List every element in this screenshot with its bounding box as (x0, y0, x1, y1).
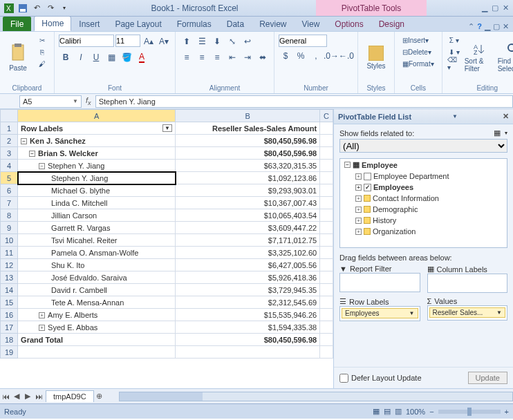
cut-icon[interactable]: ✂ (35, 35, 50, 46)
cell[interactable]: −Ken J. Sánchez (18, 135, 176, 147)
excel-icon[interactable]: X (3, 2, 15, 15)
align-left-icon[interactable]: ≡ (180, 50, 194, 64)
row-header[interactable]: 16 (1, 309, 18, 321)
collapse-icon[interactable]: − (344, 162, 351, 168)
sheet-tab[interactable]: tmpAD9C (46, 390, 94, 402)
cell[interactable]: Garrett R. Vargas (18, 222, 176, 234)
row-header[interactable]: 10 (1, 234, 18, 247)
align-bottom-icon[interactable]: ⬇ (210, 35, 224, 48)
row-header[interactable]: 9 (1, 222, 18, 234)
cell[interactable]: $9,293,903.01 (176, 184, 320, 197)
scroll-thumb[interactable] (120, 392, 203, 401)
autosum-icon[interactable]: Σ ▾ (447, 35, 462, 46)
next-sheet-icon[interactable]: ▶ (22, 392, 33, 401)
collapse-icon[interactable]: − (29, 151, 35, 157)
task-pane-header[interactable]: PivotTable Field List ▼ ✕ (334, 109, 513, 124)
collapse-icon[interactable]: − (21, 138, 27, 144)
field-contact[interactable]: +Contact Information (340, 193, 507, 204)
cell[interactable]: $3,609,447.22 (176, 222, 320, 234)
grand-total-label[interactable]: Grand Total (18, 334, 176, 346)
doc-minimize-icon[interactable]: ▁ (485, 22, 490, 31)
last-sheet-icon[interactable]: ⏭ (33, 392, 44, 401)
row-header[interactable]: 3 (1, 147, 18, 160)
sort-filter-button[interactable]: AZ Sort & Filter (465, 35, 495, 80)
cell-styles-button[interactable]: Styles (362, 35, 390, 80)
page-layout-view-icon[interactable]: ▤ (384, 407, 391, 416)
page-break-view-icon[interactable]: ▥ (395, 407, 402, 416)
decrease-font-icon[interactable]: A▾ (157, 35, 171, 48)
row-field-pill[interactable]: Employees▼ (342, 308, 418, 318)
expand-icon[interactable]: + (39, 312, 45, 318)
cell[interactable]: $80,450,596.98 (176, 135, 320, 147)
cell[interactable]: $10,367,007.43 (176, 197, 320, 209)
redo-icon[interactable]: ↷ (44, 2, 57, 15)
pivot-row-labels-header[interactable]: Row Labels ▼ (18, 122, 176, 135)
namebox-dropdown-icon[interactable]: ▼ (73, 98, 78, 104)
value-field-pill[interactable]: Reseller Sales...▼ (429, 307, 506, 318)
normal-view-icon[interactable]: ▦ (373, 407, 380, 416)
fill-color-button[interactable]: 🪣 (120, 50, 133, 64)
cell[interactable]: $15,535,946.26 (176, 309, 320, 321)
tab-design[interactable]: Design (371, 17, 412, 31)
merge-icon[interactable]: ⬌ (256, 50, 270, 64)
cell[interactable]: Linda C. Mitchell (18, 197, 176, 209)
row-header[interactable]: 1 (1, 122, 18, 135)
expand-icon[interactable]: + (355, 173, 362, 180)
pivot-value-header[interactable]: Reseller Sales-Sales Amount (176, 122, 320, 135)
checkbox-icon[interactable] (364, 173, 371, 180)
row-header[interactable]: 18 (1, 334, 18, 346)
fx-icon[interactable]: fx (86, 96, 91, 106)
col-header-b[interactable]: B (176, 110, 320, 122)
cell[interactable]: $5,926,418.36 (176, 271, 320, 284)
insert-cells-button[interactable]: ⊞ Insert ▾ (399, 35, 432, 46)
collapse-icon[interactable]: − (39, 163, 45, 169)
row-header[interactable]: 5 (1, 172, 18, 184)
row-header[interactable]: 4 (1, 160, 18, 172)
cell[interactable]: $3,729,945.35 (176, 284, 320, 296)
tab-file[interactable]: File (3, 17, 31, 31)
cell[interactable]: −Brian S. Welcker (18, 147, 176, 160)
row-header[interactable]: 13 (1, 271, 18, 284)
zoom-slider[interactable] (438, 410, 501, 414)
values-area[interactable]: Reseller Sales...▼ (427, 305, 508, 321)
row-header[interactable]: 7 (1, 197, 18, 209)
row-header[interactable]: 15 (1, 296, 18, 309)
expand-icon[interactable]: + (39, 325, 45, 331)
formula-input[interactable]: Stephen Y. Jiang (95, 95, 513, 108)
tab-view[interactable]: View (295, 17, 328, 31)
task-pane-dropdown-icon[interactable]: ▼ (452, 113, 458, 120)
comma-icon[interactable]: , (309, 49, 323, 63)
currency-icon[interactable]: $ (279, 49, 292, 63)
cell[interactable]: $3,325,102.60 (176, 247, 320, 259)
doc-close-icon[interactable]: ✕ (503, 22, 509, 31)
tab-page-layout[interactable]: Page Layout (107, 17, 169, 31)
format-painter-icon[interactable]: 🖌 (35, 58, 50, 69)
bold-button[interactable]: B (59, 50, 73, 64)
column-labels-area[interactable] (427, 274, 508, 293)
font-size-combo[interactable] (115, 35, 140, 47)
increase-decimal-icon[interactable]: .0→ (324, 49, 338, 63)
tab-review[interactable]: Review (252, 17, 294, 31)
cell[interactable]: $1,594,335.38 (176, 321, 320, 334)
delete-cells-button[interactable]: ⊟ Delete ▾ (399, 46, 435, 57)
orientation-icon[interactable]: ⤡ (225, 35, 239, 48)
first-sheet-icon[interactable]: ⏮ (0, 392, 11, 401)
decrease-decimal-icon[interactable]: ←.0 (339, 49, 353, 63)
row-header[interactable]: 2 (1, 135, 18, 147)
cell[interactable]: +Syed E. Abbas (18, 321, 176, 334)
cell[interactable]: Michael G. blythe (18, 184, 176, 197)
cell[interactable]: $1,092,123.86 (176, 172, 320, 184)
cell[interactable]: Shu K. Ito (18, 259, 176, 271)
copy-icon[interactable]: ⎘ (35, 46, 50, 57)
wrap-text-icon[interactable]: ↩ (241, 35, 254, 48)
row-header[interactable]: 17 (1, 321, 18, 334)
horizontal-scrollbar[interactable] (119, 392, 513, 401)
zoom-thumb[interactable] (467, 408, 472, 416)
minimize-icon[interactable]: ▁ (482, 3, 487, 12)
border-button[interactable]: ▦ (104, 50, 118, 64)
field-list[interactable]: −▦Employee +Employee Department +✓Employ… (339, 158, 507, 248)
decrease-indent-icon[interactable]: ⇤ (225, 50, 239, 64)
align-right-icon[interactable]: ≡ (210, 50, 224, 64)
increase-font-icon[interactable]: A▴ (142, 35, 156, 48)
font-name-combo[interactable] (59, 35, 114, 47)
